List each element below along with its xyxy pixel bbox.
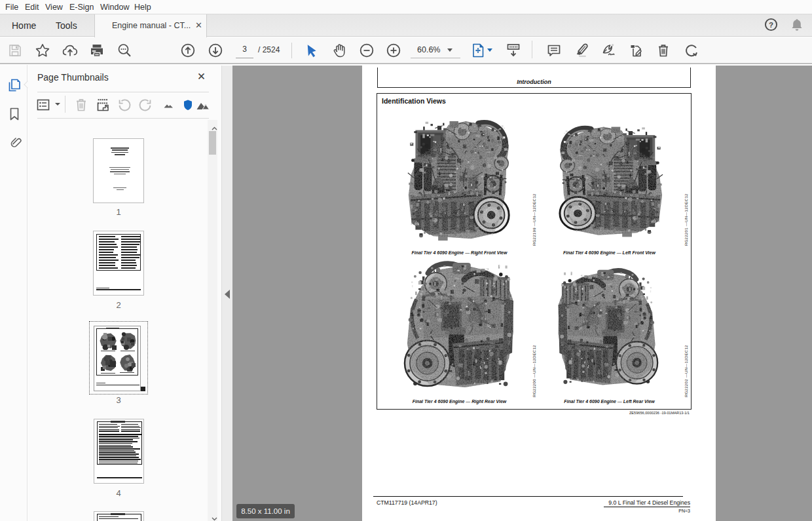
svg-text:?: ? (769, 21, 773, 29)
